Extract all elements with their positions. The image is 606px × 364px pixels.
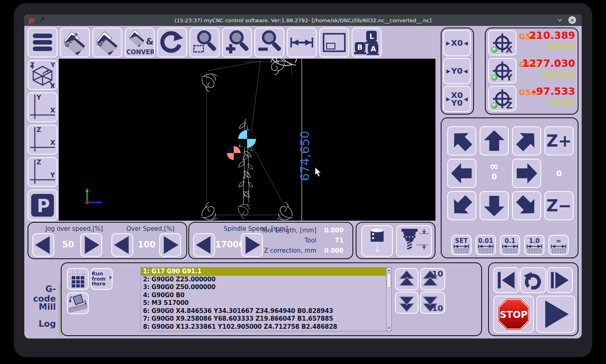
probe-tool-button[interactable] [361,225,393,257]
back-button[interactable] [520,267,546,293]
scroll-up-arrow-icon[interactable]: ▲ [387,268,391,272]
over-speed-decrease-button[interactable] [111,233,133,257]
svg-text:A: A [371,45,376,53]
jog-z-minus-button[interactable]: Z− [544,191,574,220]
over-speed-increase-button[interactable] [159,233,181,257]
view-zy-button[interactable]: Z Y [28,157,58,187]
zoom-out-button[interactable] [254,28,284,57]
gcode-line[interactable]: 6: G90G0 X4.846536 Y34.301667 Z34.964940… [141,307,391,315]
minimize-chevron-icon[interactable] [557,17,563,23]
zoom-in-button[interactable] [222,28,252,57]
svg-text:CONVERT: CONVERT [126,49,154,56]
svg-text:Z: Z [36,126,41,134]
gcode-line[interactable]: 3: G90G0 Z50.000000 [141,283,391,292]
gcode-list[interactable]: 1: G17 G90 G91.1 2: G90G0 Z25.000000 3: … [141,267,392,331]
tab-gcode[interactable]: G-code [28,284,56,304]
jog-step-1p0-button[interactable]: 1.0 [524,235,544,255]
play-button[interactable] [536,296,575,333]
set-x0y0-button[interactable]: ▶ X0Y0 ◀ [443,86,471,112]
playback-panel: STOP [488,262,578,336]
close-icon[interactable]: × [568,16,576,24]
scroll-down-arrow-icon[interactable]: ▼ [387,326,391,331]
dro-z-target-button[interactable]: Z [488,86,516,111]
svg-text:P: P [37,196,50,216]
jog-step-0p01-button[interactable]: 0.01 [476,235,496,255]
jog-up-button[interactable] [480,126,509,155]
tool-panel [356,222,435,259]
marker-secondary-position [227,146,241,160]
zy-plane-icon: Z Y [29,159,56,185]
tool-length-measure-button[interactable] [396,225,432,257]
dro-x-target-button[interactable]: X [488,30,516,55]
gcode-down-button[interactable] [395,292,418,314]
jog-down-right-button[interactable] [512,191,541,220]
svg-text:X: X [50,139,55,147]
svg-text:Y: Y [50,62,55,69]
view-iso-button[interactable]: Z Y X [28,60,58,90]
gcode-line-selected[interactable]: 1: G17 G90 G91.1 [141,268,391,276]
gcode-line[interactable]: 2: G90G0 Z25.000000 [141,276,391,284]
convert-dxf-button[interactable]: & CONVERT [125,28,155,57]
scrollbar-thumb[interactable] [387,273,391,288]
jog-up-right-button[interactable] [512,126,541,155]
nested-rectangles-icon [322,32,346,53]
open-dxf-button[interactable]: DXF [92,28,122,57]
z-position-value: -97.533 [532,85,575,97]
jog-z-plus-button[interactable]: Z+ [544,126,574,155]
jog-step-0p1-button[interactable]: 0.1 [500,235,520,255]
jog-step-set-button[interactable]: SET [451,235,472,255]
set-x0-button[interactable]: ▶X0◀ [443,30,471,56]
rotate-part-button[interactable] [67,292,89,314]
reload-button[interactable] [157,28,187,57]
jog-up-left-button[interactable] [447,126,476,155]
jog-right-button[interactable] [512,159,541,188]
stop-button[interactable]: STOP [493,296,534,333]
svg-text:Z: Z [36,159,41,166]
x-position-value: 210.389 [529,30,575,41]
gcode-line[interactable]: 5: M3 S17000 [141,299,391,307]
run-from-here-button[interactable]: Run from Here [91,268,113,290]
park-button[interactable]: P [28,189,58,221]
y-position-value: 1277.030 [522,57,575,69]
spindle-speed-decrease-button[interactable] [193,233,215,257]
gcode-down-10-button[interactable]: 10 [420,292,445,314]
gcode-line[interactable]: 7: G90G0 X9.258086 Y68.603333 Z19.866047… [141,315,391,323]
gcode-scrollbar[interactable]: ▲ ▼ [386,268,391,331]
jog-over-speed-label: Jog over speed,[%] [45,225,103,232]
jog-down-button[interactable] [480,191,509,220]
tab-mill[interactable]: Mill [28,302,56,312]
spindle-speed-increase-button[interactable] [241,233,263,257]
jog-left-button[interactable] [447,159,476,188]
z-led-icon [491,102,497,109]
zoom-fit-button[interactable] [190,28,220,57]
origin-axes-icon [85,188,103,204]
spindle-small-icon [109,273,112,285]
jog-speed-increase-button[interactable] [80,233,102,257]
gcode-line[interactable]: 8: G90G0 X13.233861 Y102.905000 Z4.71275… [141,323,391,331]
jog-step-infinite-button[interactable]: ∞ [548,235,569,255]
titlebar: μ (15:23:37) myCNC control software. Ver… [24,15,582,26]
gcode-up-button[interactable] [395,268,418,290]
gcode-up-10-button[interactable]: 10 [420,268,445,290]
viewport-button[interactable] [319,28,349,57]
open-gcode-button[interactable]: G-code [60,28,90,57]
ruler-icon [551,249,566,253]
measure-width-button[interactable] [287,28,317,57]
dro-y-target-button[interactable]: Y [488,58,516,83]
toolpath-canvas[interactable]: 674,650 [59,59,435,221]
step-forward-button[interactable] [547,267,573,293]
svg-text:L: L [369,32,374,40]
main-menu-button[interactable] [28,28,58,57]
svg-text:&: & [146,36,154,47]
rewind-to-start-button[interactable] [493,267,519,293]
jog-down-left-button[interactable] [447,191,476,220]
gcode-line[interactable]: 4: G90G0 B0 [141,292,391,300]
set-y0-button[interactable]: ▶Y0◀ [443,58,471,84]
jog-speed-decrease-button[interactable] [32,233,54,257]
tab-log[interactable]: Log [28,319,56,329]
array-grid-button[interactable] [67,268,89,290]
view-xy-button[interactable]: Y X [28,92,58,122]
view-zx-button[interactable]: Z X [28,125,58,155]
hotkeys-button[interactable]: L B A [352,28,382,57]
keyboard-keys-icon: L B A [354,30,379,55]
